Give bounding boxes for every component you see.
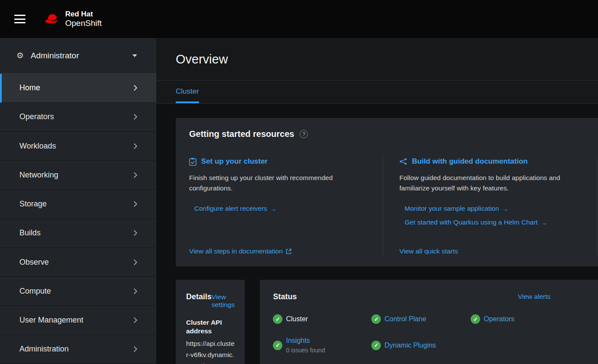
sidebar-item-home[interactable]: Home [0,74,156,103]
sidebar-item-label: Home [19,83,40,92]
sidebar-item-label: Observe [19,258,49,267]
sidebar-item-observe[interactable]: Observe [0,248,156,277]
checklist-icon [189,158,196,166]
guided-documentation-column: Build with guided documentation Follow g… [383,157,597,255]
check-circle-icon: ✓ [273,314,282,324]
nav-toggle-button[interactable] [14,15,25,23]
details-title: Details [186,292,212,301]
getting-started-title: Getting started resources [189,129,294,139]
chevron-right-icon [133,143,137,149]
sidebar-item-label: Storage [19,199,47,209]
chevron-right-icon [133,230,137,236]
quarkus-helm-chart-link[interactable]: Get started with Quarkus using a Helm Ch… [405,218,547,226]
setup-cluster-heading: Set up your cluster [201,157,268,166]
sidebar-item-compute[interactable]: Compute [0,277,156,306]
hamburger-icon [14,15,25,16]
check-circle-icon: ✓ [471,314,480,324]
cluster-api-address-label: Cluster API address [186,318,234,336]
sidebar-item-workloads[interactable]: Workloads [0,132,156,161]
chevron-right-icon [133,317,137,323]
status-item-insights: ✓ Insights 0 issues found [273,337,371,354]
setup-cluster-description: Finish setting up your cluster with reco… [189,173,370,193]
view-settings-link[interactable]: View settings [212,293,234,309]
arrow-right-icon: → [502,205,509,212]
sidebar: ⚙ Administrator Home Operators Workloads… [0,38,156,364]
arrow-right-icon: → [541,219,547,226]
insights-link[interactable]: Insights [286,337,310,344]
control-plane-link[interactable]: Control Plane [384,315,426,323]
status-title: Status [273,292,297,301]
status-item-operators: ✓ Operators [471,314,598,324]
sidebar-item-builds[interactable]: Builds [0,219,156,248]
chevron-right-icon [133,259,137,266]
status-item-dynamic-plugins: ✓ Dynamic Plugins [371,341,471,350]
sidebar-item-label: Networking [19,171,58,180]
perspective-switcher[interactable]: ⚙ Administrator [0,38,156,74]
redhat-hat-icon [44,13,60,25]
details-card: Details View settings Cluster API addres… [176,280,245,364]
overview-content: Getting started resources ? Set up your … [156,104,598,364]
tab-bar: Cluster [156,80,598,104]
view-all-quick-starts-link[interactable]: View all quick starts [399,247,458,255]
sidebar-item-label: Builds [19,228,41,237]
logo-redhat-text: Red Hat [65,10,102,19]
status-card: Status View alerts ✓ Cluster ✓ Control P… [260,280,598,364]
chevron-right-icon [133,201,137,207]
chevron-right-icon [133,288,137,294]
status-item-cluster: ✓ Cluster [273,314,371,324]
guided-docs-description: Follow guided documentation to build app… [399,173,584,193]
operators-link[interactable]: Operators [484,315,514,323]
cluster-api-address-value: https://api.cluster-v6fkv.dynamic.opentl… [186,338,234,364]
page-title: Overview [176,52,598,66]
monitor-sample-app-link[interactable]: Monitor your sample application → [405,205,509,212]
getting-started-card: Getting started resources ? Set up your … [176,118,598,266]
logo-openshift-text: OpenShift [65,19,102,28]
check-circle-icon: ✓ [371,341,381,350]
view-all-steps-link[interactable]: View all steps in documentation [189,247,291,255]
sidebar-item-label: Administration [19,345,69,354]
guided-docs-heading: Build with guided documentation [412,157,528,166]
view-alerts-link[interactable]: View alerts [518,293,551,301]
main-content: Overview Cluster Getting started resourc… [156,38,598,364]
sidebar-item-administration[interactable]: Administration [0,335,156,364]
sidebar-item-storage[interactable]: Storage [0,190,156,219]
chevron-right-icon [133,346,137,352]
dynamic-plugins-link[interactable]: Dynamic Plugins [384,342,436,349]
configure-alert-receivers-link[interactable]: Configure alert receivers → [194,205,277,212]
arrow-right-icon: → [270,205,277,212]
sidebar-item-label: Compute [19,287,51,296]
guided-docs-icon [399,158,407,165]
sidebar-item-label: Workloads [19,142,56,151]
caret-down-icon [132,54,137,57]
check-circle-icon: ✓ [273,341,282,350]
status-item-control-plane: ✓ Control Plane [371,314,471,324]
external-link-icon [286,249,291,254]
sidebar-item-user-management[interactable]: User Management [0,306,156,335]
gear-icon: ⚙ [16,51,24,60]
sidebar-item-operators[interactable]: Operators [0,103,156,132]
chevron-right-icon [133,114,137,120]
sidebar-item-label: User Management [19,316,83,325]
redhat-openshift-logo: Red Hat OpenShift [44,10,102,28]
sidebar-item-networking[interactable]: Networking [0,161,156,190]
perspective-label: Administrator [31,51,79,60]
tab-cluster[interactable]: Cluster [176,81,199,103]
help-icon[interactable]: ? [300,130,308,138]
masthead: Red Hat OpenShift [0,0,598,38]
chevron-right-icon [133,172,137,178]
setup-cluster-column: Set up your cluster Finish setting up yo… [189,157,383,255]
check-circle-icon: ✓ [371,314,381,324]
insights-issues-count: 0 issues found [286,347,325,354]
status-cluster-label: Cluster [286,315,308,323]
sidebar-item-label: Operators [19,112,54,121]
chevron-right-icon [133,85,137,91]
